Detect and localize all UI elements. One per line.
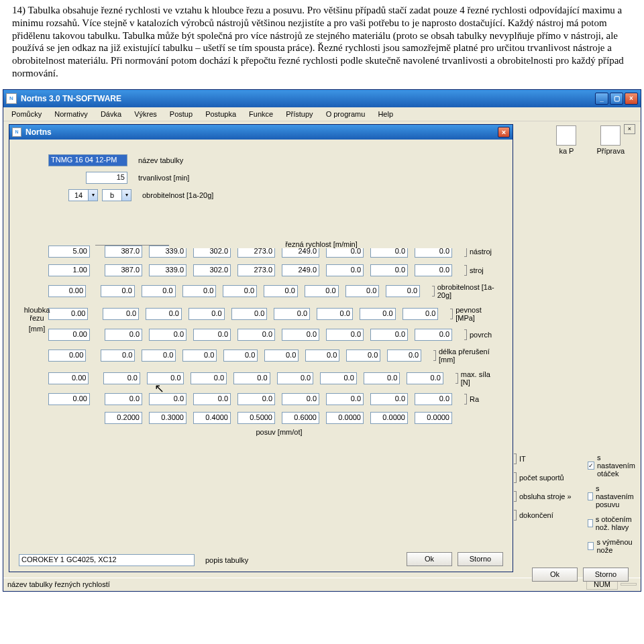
bg-icon-priprava[interactable]: Příprava <box>596 125 625 155</box>
rychlost-cell[interactable]: 0.0 <box>146 308 182 320</box>
rychlost-cell[interactable]: 0.0 <box>305 285 339 297</box>
rychlost-cell[interactable]: 0.0 <box>326 393 364 405</box>
rychlost-cell[interactable]: 0.0 <box>223 350 258 362</box>
posuv-cell[interactable]: 0.0000 <box>326 412 364 424</box>
hloubka-field[interactable]: 0.00 <box>48 393 90 405</box>
hloubka-field[interactable]: 0.00 <box>48 285 86 297</box>
rychlost-cell[interactable]: 0.0 <box>282 393 319 405</box>
rychlost-cell[interactable]: 0.0 <box>364 372 400 384</box>
menu-item[interactable]: Funkce <box>244 109 278 119</box>
checkbox[interactable] <box>588 492 593 500</box>
rychlost-cell[interactable]: 0.0 <box>274 308 310 320</box>
rychlost-cell[interactable]: 387.0 <box>105 246 142 258</box>
rychlost-cell[interactable]: 0.0 <box>193 329 231 341</box>
bg-icon-kap[interactable]: ka P <box>556 125 576 155</box>
rychlost-cell[interactable]: 0.0 <box>305 350 339 362</box>
rychlost-cell[interactable]: 0.0 <box>386 285 420 297</box>
popis-field[interactable]: COROKEY 1 GC4025, XC12 <box>19 554 195 566</box>
ok-button[interactable]: Ok <box>407 552 452 566</box>
rychlost-cell[interactable]: 0.0 <box>237 329 275 341</box>
rychlost-cell[interactable]: 249.0 <box>282 264 319 276</box>
rychlost-cell[interactable]: 0.0 <box>223 285 257 297</box>
rychlost-cell[interactable]: 0.0 <box>101 285 135 297</box>
rychlost-cell[interactable]: 0.0 <box>326 264 364 276</box>
rychlost-cell[interactable]: 0.0 <box>402 308 439 320</box>
rychlost-cell[interactable]: 273.0 <box>237 264 275 276</box>
rychlost-cell[interactable]: 0.0 <box>182 285 217 297</box>
rychlost-cell[interactable]: 0.0 <box>264 350 299 362</box>
rychlost-cell[interactable]: 0.0 <box>370 393 408 405</box>
hloubka-field[interactable]: 5.00 <box>48 246 90 258</box>
maximize-button[interactable]: ▢ <box>610 93 623 105</box>
rychlost-cell[interactable]: 0.0 <box>277 372 314 384</box>
posuv-cell[interactable]: 0.2000 <box>105 412 142 424</box>
hloubka-field[interactable]: 0.00 <box>48 350 86 362</box>
rychlost-cell[interactable]: 0.0 <box>415 393 452 405</box>
checkbox[interactable] <box>588 519 593 527</box>
mdi-close-button[interactable]: × <box>624 124 635 134</box>
rychlost-cell[interactable]: 0.0 <box>407 372 443 384</box>
rychlost-cell[interactable]: 0.0 <box>142 285 176 297</box>
dialog-titlebar[interactable]: N Nortns × <box>9 125 513 140</box>
rychlost-cell[interactable]: 0.0 <box>282 329 319 341</box>
rychlost-cell[interactable]: 0.0 <box>103 372 140 384</box>
rychlost-cell[interactable]: 339.0 <box>149 264 186 276</box>
menu-item[interactable]: Pomůcky <box>6 109 47 119</box>
posuv-cell[interactable]: 0.3000 <box>149 412 186 424</box>
storno-button[interactable]: Storno <box>458 552 503 566</box>
rychlost-cell[interactable]: 0.0 <box>193 393 231 405</box>
menu-item[interactable]: Dávka <box>95 109 127 119</box>
menu-item[interactable]: Normativy <box>49 109 93 119</box>
posuv-cell[interactable]: 0.6000 <box>282 412 319 424</box>
rychlost-cell[interactable]: 0.0 <box>360 308 396 320</box>
rychlost-cell[interactable]: 0.0 <box>142 350 176 362</box>
outer-storno-button[interactable]: Storno <box>583 568 629 582</box>
minimize-button[interactable]: _ <box>595 93 608 105</box>
rychlost-cell[interactable]: 0.0 <box>370 329 408 341</box>
rychlost-cell[interactable]: 0.0 <box>346 350 380 362</box>
rychlost-cell[interactable]: 0.0 <box>149 329 186 341</box>
rychlost-cell[interactable]: 0.0 <box>415 329 452 341</box>
hloubka-field[interactable]: 1.00 <box>48 264 90 276</box>
posuv-cell[interactable]: 0.4000 <box>193 412 231 424</box>
obrobitelnost-num-select[interactable]: 14▾ <box>68 189 98 201</box>
rychlost-cell[interactable]: 0.0 <box>320 372 357 384</box>
rychlost-cell[interactable]: 0.0 <box>326 329 364 341</box>
hloubka-field[interactable]: 0.00 <box>48 372 89 384</box>
rychlost-cell[interactable]: 0.0 <box>149 393 186 405</box>
rychlost-cell[interactable]: 0.0 <box>105 329 142 341</box>
menu-item[interactable]: O programu <box>321 109 371 119</box>
rychlost-cell[interactable]: 0.0 <box>103 308 139 320</box>
menu-item[interactable]: Postupka <box>200 109 241 119</box>
rychlost-cell[interactable]: 302.0 <box>193 264 231 276</box>
rychlost-cell[interactable]: 0.0 <box>189 308 225 320</box>
rychlost-cell[interactable]: 0.0 <box>101 350 135 362</box>
rychlost-cell[interactable]: 0.0 <box>182 350 217 362</box>
rychlost-cell[interactable]: 0.0 <box>345 285 380 297</box>
rychlost-cell[interactable]: 0.0 <box>233 372 270 384</box>
rychlost-cell[interactable]: 0.0 <box>317 308 353 320</box>
checkbox[interactable]: ✓ <box>588 462 594 470</box>
rychlost-cell[interactable]: 0.0 <box>105 393 142 405</box>
posuv-cell[interactable]: 0.5000 <box>237 412 275 424</box>
obrobitelnost-letter-select[interactable]: b▾ <box>102 189 131 201</box>
table-name-field[interactable]: TNMG 16 04 12-PM <box>48 154 127 166</box>
rychlost-cell[interactable]: 0.0 <box>264 285 298 297</box>
rychlost-cell[interactable]: 0.0 <box>387 350 421 362</box>
outer-ok-button[interactable]: Ok <box>532 568 578 582</box>
menu-item[interactable]: Výkres <box>129 109 162 119</box>
rychlost-cell[interactable]: 0.0 <box>147 372 184 384</box>
menu-item[interactable]: Postup <box>164 109 198 119</box>
rychlost-cell[interactable]: 0.0 <box>370 264 408 276</box>
trvanlivost-field[interactable]: 15 <box>86 172 127 184</box>
posuv-cell[interactable]: 0.0000 <box>415 412 452 424</box>
titlebar[interactable]: N Nortns 3.0 TN-SOFTWARE _ ▢ × <box>3 90 641 107</box>
dialog-close-button[interactable]: × <box>498 127 510 138</box>
posuv-cell[interactable]: 0.0000 <box>370 412 408 424</box>
rychlost-cell[interactable]: 0.0 <box>191 372 227 384</box>
checkbox[interactable] <box>588 542 594 550</box>
close-button[interactable]: × <box>625 93 638 105</box>
menu-item[interactable]: Přístupy <box>280 109 318 119</box>
rychlost-cell[interactable]: 0.0 <box>237 393 275 405</box>
menu-item[interactable]: Help <box>372 109 398 119</box>
